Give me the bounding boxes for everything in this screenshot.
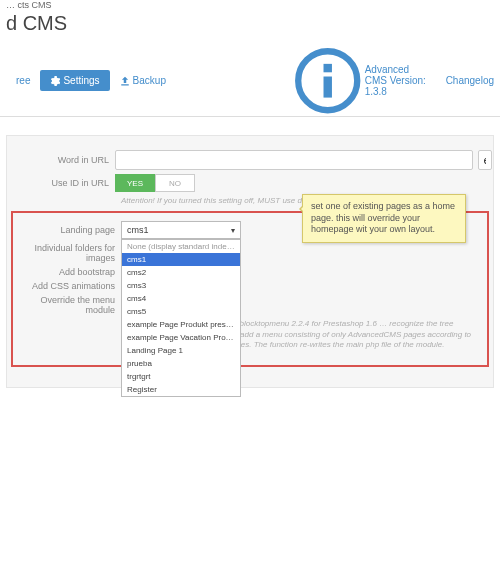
label-word-in-url: Word in URL <box>7 155 115 165</box>
toggle-no[interactable]: NO <box>155 174 195 192</box>
tab-settings[interactable]: Settings <box>40 70 109 91</box>
version-info[interactable]: Advanced CMS Version: 1.3.8 <box>294 47 430 114</box>
select-value: cms1 <box>127 225 149 235</box>
dropdown-option[interactable]: cms2 <box>122 266 240 279</box>
dropdown-option[interactable]: prueba <box>122 357 240 370</box>
label-override: Override the menu module <box>13 295 121 315</box>
use-id-toggle[interactable]: YES NO <box>115 174 195 192</box>
tab-label: Settings <box>63 75 99 86</box>
tab-bar: ree Settings Backup Advanced CMS Version… <box>0 45 500 117</box>
dropdown-option[interactable]: cms3 <box>122 279 240 292</box>
tab-content-tree[interactable]: ree <box>6 70 40 91</box>
changelog-text: Changelog <box>446 75 494 86</box>
page-title: d CMS <box>0 10 500 45</box>
changelog-link[interactable]: Changelog <box>443 75 494 86</box>
label-bootstrap: Add bootstrap <box>13 267 121 277</box>
dropdown-option[interactable]: example Page Produkt presentation <box>122 318 240 331</box>
lang-input[interactable] <box>478 150 492 170</box>
tab-label: ree <box>16 75 30 86</box>
svg-rect-2 <box>324 64 332 72</box>
label-use-id: Use ID in URL <box>7 178 115 188</box>
label-landing: Landing page <box>13 225 121 235</box>
dropdown-option[interactable]: None (display standard index page) <box>122 240 240 253</box>
tab-label: Backup <box>133 75 166 86</box>
chevron-down-icon: ▾ <box>231 226 235 235</box>
tab-backup[interactable]: Backup <box>110 70 176 91</box>
dropdown-option[interactable]: cms1 <box>122 253 240 266</box>
landing-tooltip: set one of existing pages as a home page… <box>302 194 466 243</box>
settings-panel: Word in URL Use ID in URL YES NO Attenti… <box>6 135 494 388</box>
breadcrumb: … cts CMS <box>0 0 500 10</box>
gear-icon <box>50 76 60 86</box>
toggle-yes[interactable]: YES <box>115 174 155 192</box>
info-icon <box>294 47 361 114</box>
dropdown-option[interactable]: example Page Vacation Promotion <box>122 331 240 344</box>
word-in-url-input[interactable] <box>115 150 473 170</box>
svg-rect-1 <box>324 77 332 98</box>
landing-page-dropdown: None (display standard index page)cms1cm… <box>121 239 241 397</box>
dropdown-option[interactable]: Register <box>122 383 240 396</box>
dropdown-option[interactable]: cms4 <box>122 292 240 305</box>
landing-page-select[interactable]: cms1 ▾ <box>121 221 241 239</box>
label-css-anim: Add CSS animations <box>13 281 121 291</box>
dropdown-option[interactable]: Landing Page 1 <box>122 344 240 357</box>
upload-icon <box>120 76 130 86</box>
label-folders: Individual folders for images <box>13 243 121 263</box>
version-text: Advanced CMS Version: 1.3.8 <box>365 64 431 97</box>
dropdown-option[interactable]: trgrtgrt <box>122 370 240 383</box>
dropdown-option[interactable]: cms5 <box>122 305 240 318</box>
